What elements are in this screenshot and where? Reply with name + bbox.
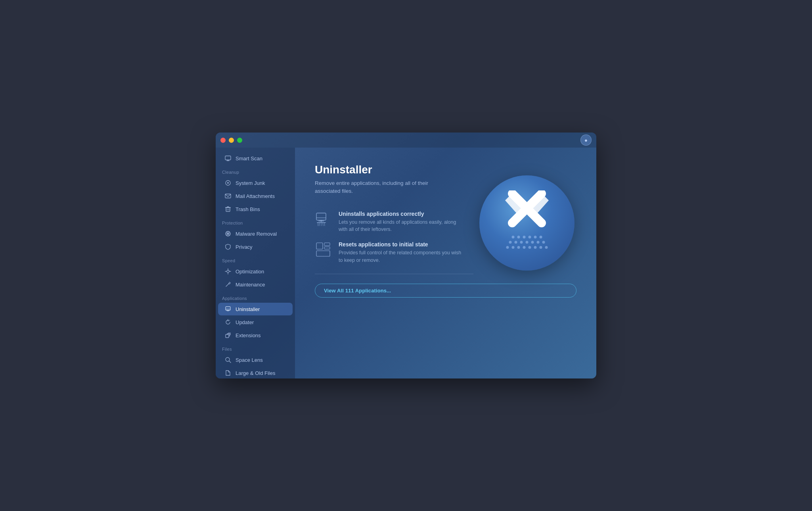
svg-rect-44 <box>316 243 323 249</box>
svg-rect-26 <box>226 334 229 338</box>
dot <box>537 241 540 244</box>
sidebar-label-privacy: Privacy <box>236 244 253 250</box>
optimization-icon <box>224 268 232 275</box>
sidebar-label-mail-attachments: Mail Attachments <box>236 193 275 199</box>
section-label-protection: Protection <box>216 216 295 227</box>
svg-point-4 <box>227 182 229 184</box>
dot <box>540 246 542 249</box>
sidebar-label-maintenance: Maintenance <box>236 282 265 288</box>
maximize-button[interactable] <box>237 138 242 143</box>
uninstaller-hero-icon <box>505 190 549 228</box>
sidebar-label-malware-removal: Malware Removal <box>236 231 277 237</box>
sidebar: Smart Scan Cleanup System Junk <box>216 148 295 378</box>
feature-icon-uninstalls <box>315 211 331 227</box>
sidebar-item-smart-scan[interactable]: Smart Scan <box>218 152 293 165</box>
svg-rect-6 <box>226 207 230 211</box>
dot <box>531 241 534 244</box>
sidebar-item-maintenance[interactable]: Maintenance <box>218 278 293 291</box>
dot <box>542 241 545 244</box>
dots-row-2 <box>509 241 545 244</box>
sidebar-item-mail-attachments[interactable]: Mail Attachments <box>218 190 293 202</box>
sidebar-label-extensions: Extensions <box>236 332 261 338</box>
dots-row-1 <box>512 236 542 238</box>
mail-icon <box>224 192 232 200</box>
extensions-icon <box>224 332 232 339</box>
dot <box>526 241 529 244</box>
minimize-button[interactable] <box>229 138 234 143</box>
app-body: Smart Scan Cleanup System Junk <box>216 148 596 378</box>
feature-title-0: Uninstalls applications correctly <box>339 211 465 217</box>
dot <box>517 246 520 249</box>
divider <box>315 274 473 274</box>
section-label-files: Files <box>216 342 295 353</box>
smart-scan-icon <box>224 155 232 162</box>
hero-circle <box>479 175 575 271</box>
sidebar-label-space-lens: Space Lens <box>236 357 263 363</box>
dot <box>534 236 537 238</box>
updater-icon <box>224 319 232 326</box>
svg-rect-0 <box>225 156 231 160</box>
dot <box>512 246 515 249</box>
avatar-icon: ● <box>584 137 588 143</box>
sidebar-label-uninstaller: Uninstaller <box>236 306 260 312</box>
svg-line-21 <box>226 284 229 287</box>
sidebar-label-optimization: Optimization <box>236 269 264 275</box>
dots-row-3 <box>506 246 548 249</box>
hero-icon-container <box>477 159 576 286</box>
dot <box>529 236 531 238</box>
uninstaller-icon <box>224 305 232 313</box>
sidebar-item-privacy[interactable]: Privacy <box>218 240 293 253</box>
sidebar-item-trash-bins[interactable]: Trash Bins <box>218 203 293 215</box>
sidebar-item-large-old-files[interactable]: Large & Old Files <box>218 367 293 378</box>
feature-text-0: Uninstalls applications correctly Lets y… <box>339 211 465 234</box>
sidebar-label-updater: Updater <box>236 319 254 325</box>
dot <box>540 236 542 238</box>
maintenance-icon <box>224 281 232 288</box>
dot <box>520 241 523 244</box>
feature-text-1: Resets applications to initial state Pro… <box>339 241 465 264</box>
dot <box>523 236 526 238</box>
close-button[interactable] <box>220 138 226 143</box>
dot <box>529 246 531 249</box>
dot <box>517 236 520 238</box>
svg-rect-47 <box>316 251 330 256</box>
dot <box>509 241 512 244</box>
malware-icon <box>224 230 232 237</box>
svg-rect-45 <box>324 243 330 246</box>
main-content: Uninstaller Remove entire applications, … <box>295 148 596 378</box>
svg-rect-34 <box>316 213 326 220</box>
feature-title-1: Resets applications to initial state <box>339 241 465 248</box>
sidebar-label-smart-scan: Smart Scan <box>236 156 262 161</box>
svg-rect-46 <box>324 247 330 249</box>
view-all-label: View All 111 Applications... <box>324 288 391 294</box>
sidebar-item-malware-removal[interactable]: Malware Removal <box>218 227 293 240</box>
dots-grid <box>506 236 548 249</box>
feature-icon-resets <box>315 241 331 258</box>
svg-line-41 <box>323 223 323 226</box>
dot <box>515 241 517 244</box>
sidebar-label-system-junk: System Junk <box>236 180 265 186</box>
svg-line-28 <box>229 361 231 363</box>
dot <box>506 246 509 249</box>
svg-line-42 <box>324 223 325 226</box>
traffic-lights <box>220 138 242 143</box>
sidebar-item-extensions[interactable]: Extensions <box>218 329 293 342</box>
section-label-applications: Applications <box>216 291 295 302</box>
feature-desc-0: Lets you remove all kinds of application… <box>339 219 465 234</box>
sidebar-item-updater[interactable]: Updater <box>218 316 293 328</box>
system-junk-icon <box>224 179 232 186</box>
large-files-icon <box>224 369 232 377</box>
svg-line-39 <box>319 223 320 226</box>
titlebar: ● <box>216 133 596 148</box>
dot <box>534 246 537 249</box>
sidebar-item-system-junk[interactable]: System Junk <box>218 177 293 189</box>
space-lens-icon <box>224 356 232 363</box>
sidebar-label-large-old-files: Large & Old Files <box>236 370 275 376</box>
privacy-icon <box>224 243 232 250</box>
sidebar-item-optimization[interactable]: Optimization <box>218 265 293 278</box>
app-window: ● Smart Scan Cleanup <box>216 133 596 378</box>
avatar-button[interactable]: ● <box>580 134 592 146</box>
sidebar-item-uninstaller[interactable]: Uninstaller <box>218 303 293 315</box>
sidebar-item-space-lens[interactable]: Space Lens <box>218 353 293 366</box>
svg-point-20 <box>227 270 229 273</box>
